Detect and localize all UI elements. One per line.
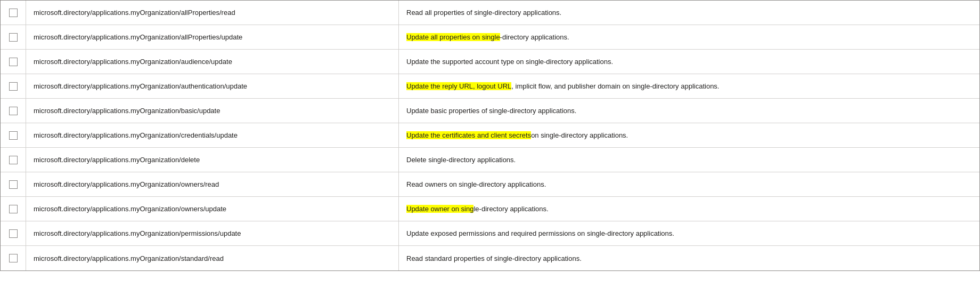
permission-name: microsoft.directory/applications.myOrgan…: [26, 99, 399, 123]
permission-name: microsoft.directory/applications.myOrgan…: [26, 197, 399, 221]
permission-name: microsoft.directory/applications.myOrgan…: [26, 148, 399, 172]
row-checkbox[interactable]: [9, 131, 18, 140]
table-row: microsoft.directory/applications.myOrgan…: [1, 197, 979, 221]
table-row: microsoft.directory/applications.myOrgan…: [1, 1, 979, 25]
permission-description: Read all properties of single-directory …: [399, 1, 979, 25]
table-row: microsoft.directory/applications.myOrgan…: [1, 99, 979, 123]
row-checkbox[interactable]: [9, 156, 18, 164]
row-checkbox[interactable]: [9, 58, 18, 66]
row-checkbox[interactable]: [9, 180, 18, 189]
highlighted-text: Update all properties on single: [406, 33, 500, 41]
permission-description: Update exposed permissions and required …: [399, 221, 979, 245]
checkbox-cell: [1, 74, 26, 98]
row-checkbox[interactable]: [9, 254, 18, 262]
row-checkbox[interactable]: [9, 205, 18, 213]
checkbox-cell: [1, 1, 26, 25]
permissions-table: microsoft.directory/applications.myOrgan…: [0, 0, 980, 271]
table-row: microsoft.directory/applications.myOrgan…: [1, 172, 979, 197]
permission-name: microsoft.directory/applications.myOrgan…: [26, 74, 399, 98]
row-checkbox[interactable]: [9, 33, 18, 42]
permission-description: Delete single-directory applications.: [399, 148, 979, 172]
checkbox-cell: [1, 221, 26, 245]
table-row: microsoft.directory/applications.myOrgan…: [1, 221, 979, 246]
checkbox-cell: [1, 246, 26, 270]
permission-name: microsoft.directory/applications.myOrgan…: [26, 123, 399, 147]
checkbox-cell: [1, 50, 26, 74]
permission-name: microsoft.directory/applications.myOrgan…: [26, 246, 399, 270]
permission-name: microsoft.directory/applications.myOrgan…: [26, 50, 399, 74]
permission-description: Update the certificates and client secre…: [399, 123, 979, 147]
permission-description: Read standard properties of single-direc…: [399, 246, 979, 270]
checkbox-cell: [1, 148, 26, 172]
table-row: microsoft.directory/applications.myOrgan…: [1, 74, 979, 99]
permission-description: Update the supported account type on sin…: [399, 50, 979, 74]
permission-description: Update owner on single-directory applica…: [399, 197, 979, 221]
checkbox-cell: [1, 25, 26, 49]
highlighted-text: Update the certificates and client secre…: [406, 131, 531, 139]
permission-description: Update all properties on single-director…: [399, 25, 979, 49]
checkbox-cell: [1, 197, 26, 221]
row-checkbox[interactable]: [9, 82, 18, 91]
table-row: microsoft.directory/applications.myOrgan…: [1, 123, 979, 148]
checkbox-cell: [1, 99, 26, 123]
table-row: microsoft.directory/applications.myOrgan…: [1, 25, 979, 50]
table-row: microsoft.directory/applications.myOrgan…: [1, 50, 979, 74]
checkbox-cell: [1, 172, 26, 196]
row-checkbox[interactable]: [9, 229, 18, 238]
permission-name: microsoft.directory/applications.myOrgan…: [26, 172, 399, 196]
permission-name: microsoft.directory/applications.myOrgan…: [26, 1, 399, 25]
permission-description: Update the reply URL, logout URL, implic…: [399, 74, 979, 98]
highlighted-text: Update owner on sing: [406, 205, 473, 213]
row-checkbox[interactable]: [9, 107, 18, 115]
highlighted-text: Update the reply URL, logout URL: [406, 82, 511, 90]
table-row: microsoft.directory/applications.myOrgan…: [1, 148, 979, 172]
permission-description: Read owners on single-directory applicat…: [399, 172, 979, 196]
permission-name: microsoft.directory/applications.myOrgan…: [26, 221, 399, 245]
permission-name: microsoft.directory/applications.myOrgan…: [26, 25, 399, 49]
checkbox-cell: [1, 123, 26, 147]
table-row: microsoft.directory/applications.myOrgan…: [1, 246, 979, 270]
row-checkbox[interactable]: [9, 9, 18, 17]
permission-description: Update basic properties of single-direct…: [399, 99, 979, 123]
